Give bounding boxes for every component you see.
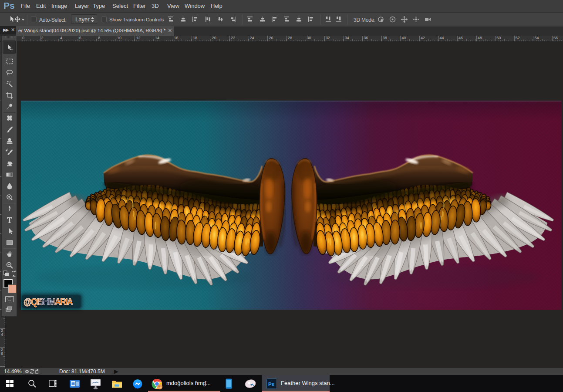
svg-text:Ps: Ps [268, 382, 274, 387]
